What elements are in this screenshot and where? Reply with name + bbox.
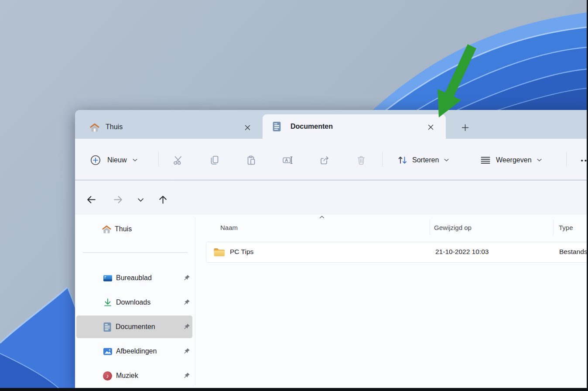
view-button[interactable]: Weergeven: [475, 151, 559, 170]
back-button[interactable]: [83, 191, 99, 208]
sidebar-item-label: Thuis: [115, 225, 132, 233]
chevron-down-icon: [537, 158, 542, 162]
file-row-pc-tips[interactable]: PC Tips 21-10-2022 10:03 Bestandsmap: [206, 242, 588, 263]
copy-icon: [209, 155, 220, 165]
screen-edge-bottom: [0, 388, 588, 391]
tab-documenten-label: Documenten: [291, 123, 333, 130]
sidebar-divider: [83, 252, 188, 253]
circle-plus-icon: [90, 154, 101, 166]
delete-button[interactable]: [352, 151, 370, 170]
desktop: Thuis Documenten: [0, 0, 588, 391]
cut-icon: [173, 155, 183, 165]
share-button[interactable]: [316, 151, 333, 170]
up-button[interactable]: [154, 191, 171, 208]
pin-icon: [183, 348, 190, 355]
trash-icon: [356, 155, 366, 165]
pictures-icon: [103, 347, 113, 356]
copy-button[interactable]: [206, 151, 223, 170]
toolbar-divider: [158, 152, 159, 167]
toolbar-divider: [566, 152, 567, 167]
recent-locations-button[interactable]: [133, 193, 147, 207]
sidebar-item-bureaublad[interactable]: Bureaublad: [75, 269, 193, 287]
sidebar-item-thuis[interactable]: Thuis: [75, 220, 193, 238]
navigation-bar: Documenten: [75, 180, 588, 214]
forward-arrow-icon: [113, 194, 123, 205]
document-icon: [103, 322, 112, 332]
file-modified: 21-10-2022 10:03: [435, 248, 489, 256]
sort-ascending-icon: [319, 216, 325, 219]
tab-thuis[interactable]: Thuis: [75, 110, 263, 139]
more-options-button[interactable]: •••: [573, 151, 588, 170]
sidebar-item-label: Documenten: [116, 323, 155, 331]
command-toolbar: Nieuw: [75, 139, 588, 180]
document-icon: [272, 121, 281, 132]
rename-button[interactable]: [279, 151, 296, 170]
sort-button-label: Sorteren: [412, 156, 439, 164]
pin-icon: [183, 323, 190, 330]
file-explorer-window: Thuis Documenten: [75, 110, 588, 388]
chevron-down-icon: [444, 158, 449, 162]
sidebar: Thuis Bureaublad: [75, 214, 195, 388]
column-header-type[interactable]: Type: [559, 224, 573, 231]
forward-button[interactable]: [109, 191, 126, 208]
column-divider[interactable]: [553, 220, 554, 235]
folder-icon: [213, 247, 225, 257]
column-header-gewijzigd-op[interactable]: Gewijzigd op: [434, 224, 472, 231]
rename-icon: [282, 155, 293, 165]
tab-thuis-label: Thuis: [106, 123, 123, 131]
sidebar-item-label: Downloads: [116, 298, 150, 306]
download-arrow-icon: [103, 298, 113, 307]
content-area: Thuis Bureaublad: [75, 214, 588, 388]
sort-button[interactable]: Sorteren: [393, 151, 462, 170]
sort-icon: [397, 154, 408, 166]
toolbar-divider: [382, 152, 383, 167]
column-header-naam[interactable]: Naam: [220, 224, 238, 231]
chevron-down-icon: [137, 198, 144, 202]
view-lines-icon: [480, 154, 491, 166]
plus-icon: [462, 124, 469, 131]
paste-button[interactable]: [243, 151, 260, 170]
tab-documenten[interactable]: Documenten: [263, 114, 446, 139]
close-thuis-tab-button[interactable]: [242, 122, 253, 133]
home-icon: [102, 225, 112, 233]
cut-button[interactable]: [169, 151, 187, 170]
new-tab-button[interactable]: [458, 120, 472, 134]
file-type: Bestandsmap: [559, 248, 588, 256]
sidebar-item-muziek[interactable]: ♪ Muziek: [75, 367, 193, 384]
sidebar-item-label: Muziek: [116, 372, 138, 380]
sidebar-item-afbeeldingen[interactable]: Afbeeldingen: [75, 343, 193, 360]
new-button[interactable]: Nieuw: [86, 151, 148, 170]
share-icon: [319, 155, 330, 165]
view-button-label: Weergeven: [496, 156, 532, 164]
new-button-label: Nieuw: [107, 156, 126, 164]
chevron-down-icon: [133, 158, 137, 162]
pin-icon: [183, 299, 190, 306]
sidebar-item-downloads[interactable]: Downloads: [75, 294, 193, 311]
paste-icon: [246, 155, 256, 165]
close-documenten-tab-button[interactable]: [425, 121, 436, 133]
pin-icon: [183, 274, 190, 281]
column-divider[interactable]: [430, 220, 430, 235]
tab-bar: Thuis Documenten: [75, 110, 588, 139]
desktop-icon: [103, 274, 113, 282]
sidebar-item-label: Afbeeldingen: [116, 347, 157, 355]
back-arrow-icon: [86, 194, 97, 205]
music-note-icon: ♪: [103, 371, 112, 381]
file-list: Naam Gewijzigd op Type PC Tips: [195, 214, 588, 388]
file-name: PC Tips: [230, 248, 253, 256]
sidebar-item-label: Bureaublad: [116, 274, 152, 282]
home-icon: [89, 123, 100, 132]
up-arrow-icon: [157, 194, 168, 205]
sidebar-item-documenten[interactable]: Documenten: [75, 318, 193, 336]
pin-icon: [183, 372, 190, 379]
